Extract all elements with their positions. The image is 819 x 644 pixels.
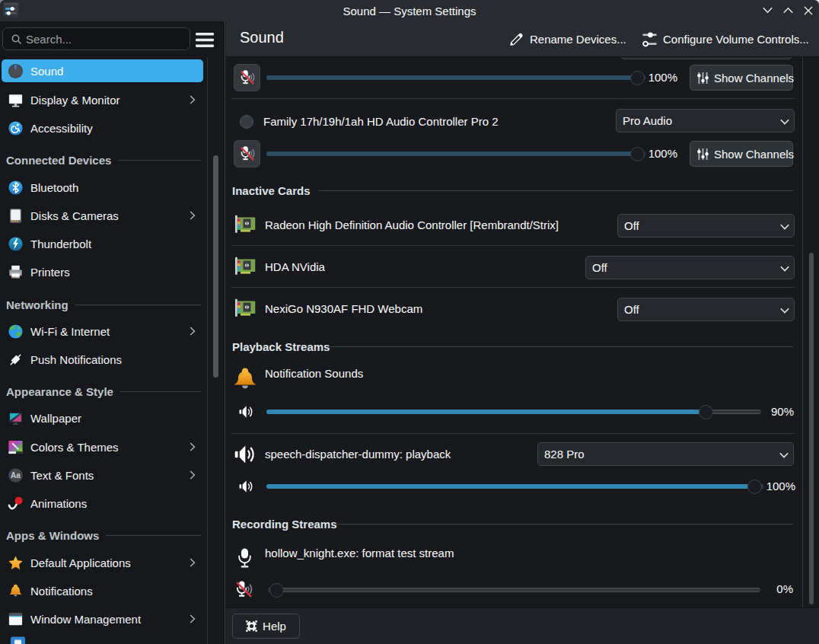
- svg-text:Aa: Aa: [11, 471, 21, 480]
